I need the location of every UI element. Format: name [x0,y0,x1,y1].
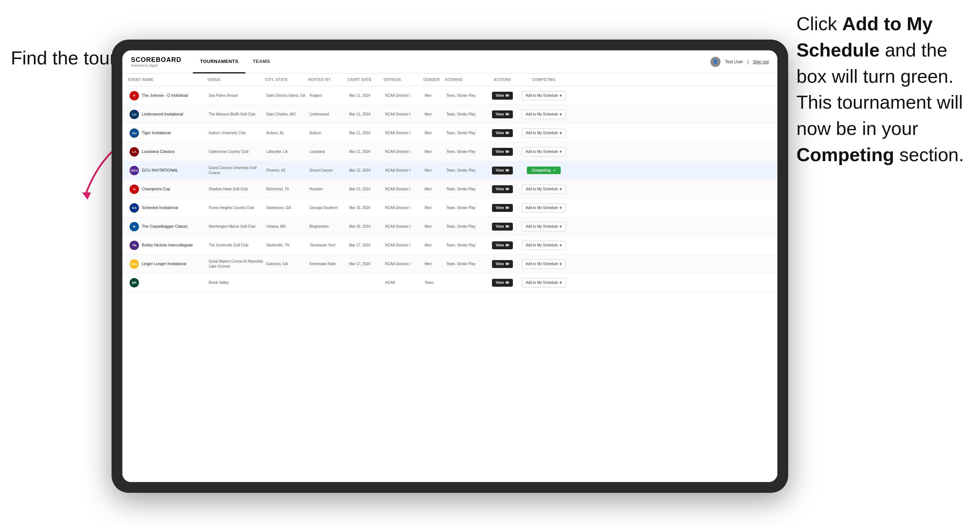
event-name: Bobby Nichols Intercollegiate [142,243,193,248]
city-state-cell: Saint Charles, MO [265,110,308,119]
team-logo: AU [130,129,139,138]
view-button[interactable]: View 👁 [492,129,513,137]
scoring-cell: Team, Stroke Play [445,259,484,269]
add-label: Add to My Schedule [526,94,558,97]
competing-cell: Add to My Schedule + [520,257,567,271]
competing-cell: Add to My Schedule + [520,201,567,215]
city-state-cell: Phoenix, AZ [265,166,308,175]
team-logo: LU [130,110,139,119]
add-to-schedule-button[interactable]: Add to My Schedule + [522,184,566,194]
plus-icon: + [559,149,562,154]
table-row: GCU GCU INVITATIONAL Grand Canyon Univer… [123,161,777,180]
gender-cell: Men [423,222,445,231]
add-to-schedule-button[interactable]: Add to My Schedule + [522,110,566,119]
event-name-cell: GS Schenkel Invitational [128,201,207,215]
add-to-schedule-button[interactable]: Add to My Schedule + [522,241,566,250]
city-state-cell: Urbana, MD [265,222,308,231]
venue-cell: Brook Valley [207,278,265,287]
venue-cell: Sea Palms Resort [207,91,265,100]
view-button[interactable]: View 👁 [492,110,513,118]
division-cell: NCAA Division I [383,110,423,119]
table-container: EVENT NAME VENUE CITY, STATE HOSTED BY S… [123,73,777,482]
view-button[interactable]: View 👁 [492,223,513,230]
start-date-cell: Mar 13, 2024 [348,184,383,194]
competing-button[interactable]: Competing ✓ [527,167,561,174]
table-row: LU Lindenwood Invitational The Missouri … [123,105,777,124]
add-to-schedule-button[interactable]: Add to My Schedule + [522,91,566,100]
add-label: Add to My Schedule [526,262,558,266]
view-label: View [496,112,504,116]
view-button[interactable]: View 👁 [492,260,513,268]
hosted-by-cell: Binghamton [308,222,348,231]
hosted-by-cell: Rutgers [308,91,348,100]
tab-tournaments[interactable]: TOURNAMENTS [193,50,245,73]
nav-tabs: TOURNAMENTS TEAMS [193,50,710,73]
add-to-schedule-button[interactable]: Add to My Schedule + [522,203,566,213]
gender-cell: Team, [423,278,445,287]
actions-cell: View 👁 [484,202,520,214]
hosted-by-cell [308,281,348,285]
event-name-cell: BR [128,276,207,290]
start-date-cell: Mar 15, 2024 [348,203,383,213]
add-to-schedule-button[interactable]: Add to My Schedule + [522,129,566,138]
view-button[interactable]: View 👁 [492,148,513,156]
add-label: Add to My Schedule [526,187,558,191]
plus-icon: + [559,130,562,136]
view-button[interactable]: View 👁 [492,241,513,249]
view-button[interactable]: View 👁 [492,92,513,100]
add-to-schedule-button[interactable]: Add to My Schedule + [522,278,566,287]
hosted-by-cell: Grand Canyon [308,166,348,175]
check-icon: ✓ [553,168,556,172]
add-to-schedule-button[interactable]: Add to My Schedule + [522,222,566,231]
competing-cell: Add to My Schedule + [520,126,567,140]
view-label: View [496,281,504,284]
view-button[interactable]: View 👁 [492,167,513,175]
actions-cell: View 👁 [484,258,520,270]
gender-cell: Men [423,184,445,194]
venue-cell: Great Waters Course At Reynolds Lake Oco… [207,257,265,271]
table-row: LA Louisiana Classics Oakbourne Country … [123,143,777,161]
col-actions: ACTIONS [484,78,520,82]
add-to-schedule-button[interactable]: Add to My Schedule + [522,259,566,269]
col-hosted-by: HOSTED BY [308,78,348,82]
gender-cell: Men [423,166,445,175]
actions-cell: View 👁 [484,221,520,233]
hosted-by-cell: Louisiana [308,147,348,157]
add-to-schedule-button[interactable]: Add to My Schedule + [522,147,566,157]
view-label: View [496,224,504,229]
col-competing: COMPETING [520,78,567,82]
header-separator: | [748,59,749,64]
event-name-cell: GCU GCU INVITATIONAL [128,163,207,177]
gender-cell: Men [423,129,445,138]
event-name: GCU INVITATIONAL [142,168,178,173]
plus-icon: + [559,262,562,267]
city-state-cell: Eatonton, GA [265,259,308,269]
team-logo: R [130,91,139,100]
tab-teams[interactable]: TEAMS [245,50,277,73]
table-row: GS Schenkel Invitational Forest Heights … [123,198,777,217]
view-button[interactable]: View 👁 [492,204,513,212]
tablet-screen: SCOREBOARD Powered by clippd TOURNAMENTS… [123,50,777,482]
event-name-cell: KSU Linger Longer Invitational [128,257,207,271]
table-row: H Champions Cup Shadow Hawk Golf Club Ri… [123,180,777,198]
eye-icon: 👁 [505,94,509,98]
actions-cell: View 👁 [484,164,520,177]
scoring-cell: Team, Stroke Play [445,166,484,175]
eye-icon: 👁 [505,243,509,248]
scoring-cell [445,281,484,285]
view-button[interactable]: View 👁 [492,185,513,193]
gender-cell: Men [423,259,445,269]
eye-icon: 👁 [505,224,509,229]
sign-out-link[interactable]: Sign out [753,59,769,64]
annotation-instructions: Click Add to My Schedule and the box wil… [797,11,969,168]
add-label: Add to My Schedule [526,206,558,210]
tablet-frame: SCOREBOARD Powered by clippd TOURNAMENTS… [111,40,788,493]
start-date-cell: Mar 17, 2024 [348,259,383,269]
competing-cell: Add to My Schedule + [520,89,567,103]
add-label: Add to My Schedule [526,131,558,135]
view-button[interactable]: View 👁 [492,279,513,287]
plus-icon: + [559,205,562,210]
gender-cell: Men [423,147,445,157]
scoring-cell: Team, Stroke Play [445,222,484,231]
table-row: R The Johnnie - O Individual Sea Palms R… [123,86,777,105]
